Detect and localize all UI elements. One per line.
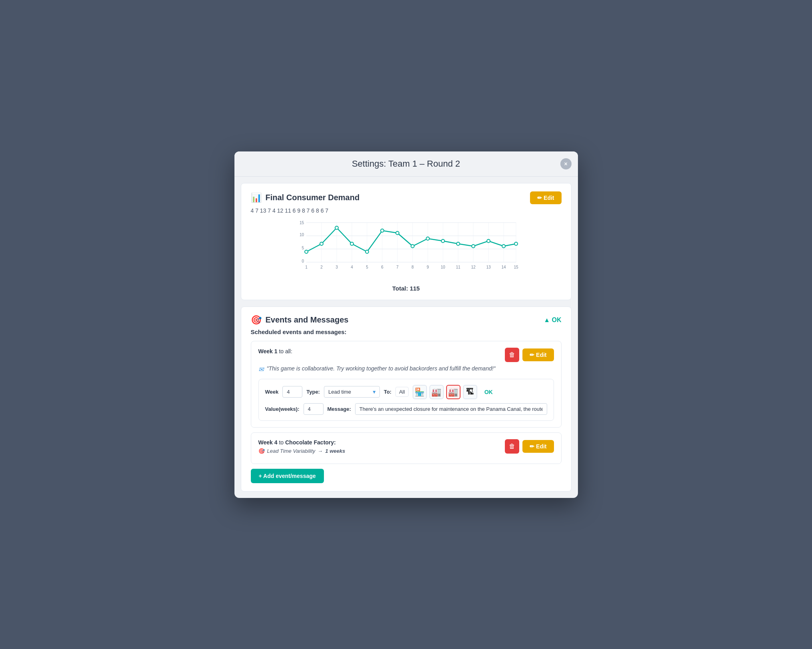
svg-text:0: 0: [302, 259, 304, 263]
svg-text:10: 10: [299, 233, 304, 237]
svg-point-27: [381, 229, 384, 232]
event-2-value: 1 weeks: [325, 448, 345, 454]
svg-point-33: [472, 245, 475, 248]
message-input[interactable]: [355, 403, 547, 415]
arrow-icon: →: [318, 448, 323, 454]
demand-chart-svg: 15 10 5 0: [251, 219, 562, 283]
event-2-actions: 🗑 ✏ Edit: [505, 439, 554, 454]
svg-point-32: [457, 242, 460, 245]
svg-text:6: 6: [381, 265, 383, 269]
email-icon: ✉: [258, 366, 264, 373]
type-select-wrap: Lead time Lead Time Variability Message …: [324, 386, 380, 398]
recipient-retailer-icon[interactable]: 🏪: [413, 385, 427, 399]
add-event-button[interactable]: + Add event/message: [251, 469, 324, 483]
value-label: Value(weeks):: [265, 406, 300, 412]
demand-values: 4 7 13 7 4 12 11 6 9 8 7 6 8 6 7: [251, 207, 562, 214]
event-2-to: to Chocolate Factory:: [279, 439, 336, 446]
modal-header: Settings: Team 1 – Round 2 ×: [234, 151, 578, 177]
event-card-2-header: Week 4 to Chocolate Factory: 🎯 Lead Time…: [258, 439, 554, 454]
week-input[interactable]: [282, 386, 302, 398]
scheduled-label: Scheduled events and messages:: [251, 328, 562, 335]
svg-text:2: 2: [320, 265, 323, 269]
event-2-week: Week 4: [258, 439, 278, 446]
total-label: Total:: [392, 285, 408, 292]
event-1-to: to all:: [279, 348, 292, 354]
chart-total: Total: 115: [251, 285, 562, 292]
event-1-week: Week 1: [258, 348, 278, 354]
recipient-all: All: [395, 387, 408, 397]
svg-text:15: 15: [514, 265, 518, 269]
svg-point-28: [396, 231, 399, 235]
event-1-edit-button[interactable]: ✏ Edit: [522, 348, 554, 361]
svg-point-22: [305, 250, 308, 253]
svg-text:5: 5: [366, 265, 368, 269]
event-2-info: Week 4 to Chocolate Factory: 🎯 Lead Time…: [258, 439, 345, 454]
modal-title: Settings: Team 1 – Round 2: [244, 159, 568, 169]
svg-text:13: 13: [486, 265, 491, 269]
svg-text:7: 7: [396, 265, 399, 269]
event-card-1-header: Week 1 to all: 🗑 ✏ Edit: [258, 348, 554, 362]
svg-point-36: [514, 242, 518, 245]
value-input[interactable]: [304, 403, 324, 415]
events-section-title: 🎯 Events and Messages: [251, 315, 349, 325]
events-section: 🎯 Events and Messages ▲ OK Scheduled eve…: [241, 307, 572, 492]
recipient-supplier-icon[interactable]: 🏗: [463, 385, 477, 399]
demand-section: 📊 Final Consumer Demand ✏ Edit 4 7 13 7 …: [241, 183, 572, 300]
event-1-actions: 🗑 ✏ Edit: [505, 348, 554, 362]
demand-edit-button[interactable]: ✏ Edit: [530, 191, 561, 204]
svg-text:15: 15: [299, 221, 304, 225]
check-icon: 🎯: [258, 448, 265, 454]
event-2-edit-button[interactable]: ✏ Edit: [522, 440, 554, 453]
demand-section-title: 📊 Final Consumer Demand: [251, 193, 360, 203]
svg-text:5: 5: [302, 246, 304, 250]
event-card-2: Week 4 to Chocolate Factory: 🎯 Lead Time…: [251, 432, 562, 464]
event-card-1: Week 1 to all: 🗑 ✏ Edit ✉ "This game is …: [251, 341, 562, 428]
svg-text:1: 1: [305, 265, 308, 269]
recipient-factory-icon[interactable]: 🏭: [446, 385, 461, 399]
svg-text:3: 3: [336, 265, 338, 269]
form-row-1: Week Type: Lead time Lead Time Variabili…: [265, 385, 547, 399]
svg-point-31: [441, 239, 445, 243]
recipient-wholesaler-icon[interactable]: 🏭: [429, 385, 444, 399]
close-button[interactable]: ×: [560, 158, 572, 169]
event-2-delete-button[interactable]: 🗑: [505, 439, 519, 454]
demand-chart: 15 10 5 0: [251, 219, 562, 283]
svg-point-24: [335, 226, 338, 229]
svg-point-34: [487, 239, 490, 243]
recipient-icons: 🏪 🏭 🏭 🏗: [413, 385, 477, 399]
svg-point-23: [320, 242, 323, 245]
svg-point-29: [411, 245, 414, 248]
svg-text:4: 4: [351, 265, 353, 269]
type-select[interactable]: Lead time Lead Time Variability Message: [324, 386, 380, 398]
form-row-2: Value(weeks): Message:: [265, 403, 547, 415]
total-value: 115: [410, 285, 420, 292]
events-section-header: 🎯 Events and Messages ▲ OK: [251, 315, 562, 325]
svg-point-30: [426, 237, 429, 240]
svg-text:10: 10: [441, 265, 445, 269]
target-icon: 🎯: [251, 315, 262, 325]
svg-text:11: 11: [456, 265, 461, 269]
svg-point-26: [365, 250, 369, 253]
event-form: Week Type: Lead time Lead Time Variabili…: [258, 379, 554, 421]
svg-text:14: 14: [501, 265, 506, 269]
to-label: To:: [384, 389, 391, 395]
demand-title-text: Final Consumer Demand: [266, 193, 360, 202]
demand-section-header: 📊 Final Consumer Demand ✏ Edit: [251, 191, 562, 204]
event-2-type: Lead Time Variability: [267, 448, 316, 454]
events-title-text: Events and Messages: [266, 315, 349, 324]
message-label: Message:: [328, 406, 351, 412]
events-ok-button[interactable]: ▲ OK: [544, 317, 561, 324]
event-1-message: ✉ "This game is collaborative. Try worki…: [258, 365, 554, 373]
settings-modal: Settings: Team 1 – Round 2 × 📊 Final Con…: [234, 151, 578, 498]
svg-text:12: 12: [471, 265, 476, 269]
svg-text:8: 8: [411, 265, 414, 269]
week-label: Week: [265, 389, 279, 395]
type-label: Type:: [306, 389, 320, 395]
form-ok-button[interactable]: OK: [481, 387, 496, 397]
event-1-week-label: Week 1 to all:: [258, 348, 292, 355]
svg-point-25: [350, 242, 353, 245]
svg-text:9: 9: [427, 265, 429, 269]
modal-body: 📊 Final Consumer Demand ✏ Edit 4 7 13 7 …: [234, 177, 578, 498]
svg-point-35: [502, 245, 505, 248]
event-1-delete-button[interactable]: 🗑: [505, 348, 519, 362]
